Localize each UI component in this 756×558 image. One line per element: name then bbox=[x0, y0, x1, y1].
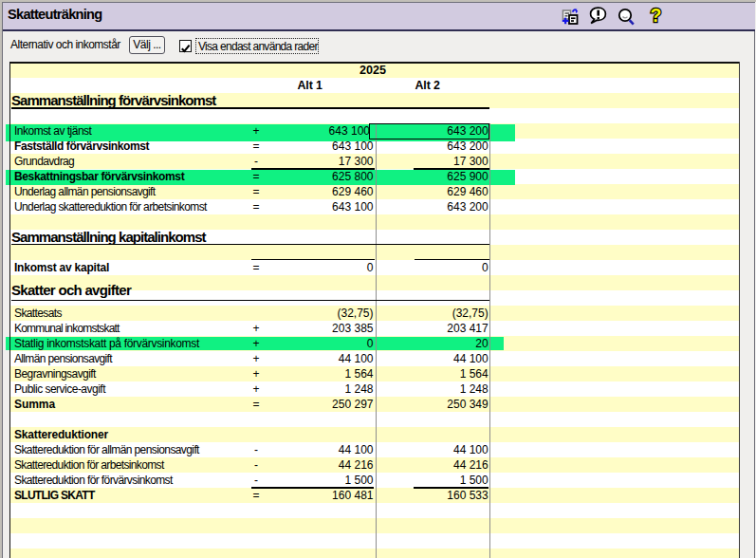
svg-text:?: ? bbox=[651, 6, 662, 26]
